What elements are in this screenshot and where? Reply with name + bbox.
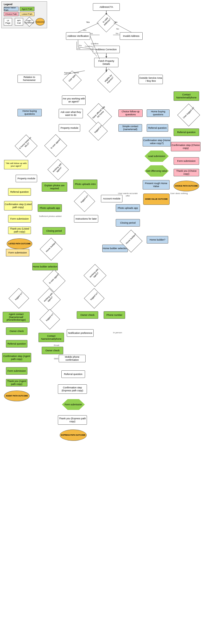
node-choice-followup: Choice follow-up questions xyxy=(118,109,143,117)
legend-listed-path: Listed Path xyxy=(20,12,34,16)
node-instructions-for-later: Instructions for later xyxy=(74,215,98,223)
svg-text:Confirm: Confirm xyxy=(91,42,99,45)
node-owner-check-3: Owner check xyxy=(42,347,63,354)
node-thank-you-choice-copy: Thank you (Choice copy) xyxy=(174,169,199,176)
node-confirmation-agent-path: Confirmation step (Agent path copy) xyxy=(2,353,31,362)
node-confirmation-home-value: Confirmation step (Home value copy?) xyxy=(143,137,171,146)
label-user-does-nothing: User does nothing xyxy=(170,192,188,195)
node-ask-user-what: Ask user what they want to do xyxy=(59,109,83,118)
node-working-with-agent: Are you working with an agent? xyxy=(62,95,86,105)
node-address-verification: Address Verification xyxy=(66,32,90,40)
node-mobile-phone-confirmation: Mobile phone confirmation xyxy=(59,355,86,362)
node-home-value-outcome: HOME VALUE OUTCOME xyxy=(143,194,170,205)
node-photo-uploads-app-1: Photo uploads app xyxy=(116,204,140,212)
node-closing-period-1: Closing period xyxy=(43,227,65,235)
node-closing-period-2: Closing period xyxy=(116,219,140,227)
label-no-valid: No xyxy=(115,21,117,23)
legend-title: Legend xyxy=(4,3,45,6)
node-agent-contact: Agent contact (Name/email/ phone/brokera… xyxy=(3,312,30,323)
node-thank-you-agent-path: Thank you (Agent path copy) xyxy=(6,379,27,387)
node-logged-in-1-wrap: logged in? xyxy=(90,123,106,139)
node-working-with-agent-3-wrap: working with agent? xyxy=(86,266,104,285)
node-is-valid-address-wrap: Is validaddress? xyxy=(98,15,114,31)
node-contact-name-email-phone-1: Contact Name/email/phone xyxy=(174,91,199,101)
node-present-rough-home-value: Present rough Home Value xyxy=(143,180,170,189)
svg-line-22 xyxy=(78,23,99,32)
node-form-submission-4: Form submission xyxy=(62,399,85,410)
legend-ui-page-shape: UI Page xyxy=(4,18,12,26)
label-yes-valid: Yes xyxy=(86,21,90,23)
node-home-builder-yes: Home builder? xyxy=(147,236,168,244)
node-express-path-outcome: EXPRESS PATH OUTCOME xyxy=(60,430,87,441)
node-follow-up-agent: "We will follow up with your agent" xyxy=(4,160,28,169)
node-property-module-2: Property module xyxy=(16,175,37,182)
node-working-with-agent-1-wrap: working with agent? xyxy=(50,161,66,178)
legend-agent-path: Agent Path xyxy=(20,7,34,11)
node-home-builder-1-wrap: Home builder? xyxy=(42,240,61,259)
node-explain-photos-required: Explain photos are required xyxy=(42,182,67,192)
node-user-logged-in-1-wrap: User logged in? xyxy=(180,106,198,124)
node-photo-uploads-app-2: Photo uploads app xyxy=(38,204,62,212)
svg-line-24 xyxy=(114,23,131,32)
node-is-user-agent-2-wrap: Is user agent? xyxy=(45,271,64,290)
node-logged-in-4-wrap: logged in? xyxy=(42,311,58,327)
node-referral-question-2: Referral question xyxy=(147,124,168,132)
legend: Legend Home Value Path Agent Path Choice… xyxy=(1,1,47,28)
node-referral-question-3: Referral question xyxy=(8,188,31,196)
node-confirmation-express-path: Confirmation step (Express path copy) xyxy=(58,384,87,394)
svg-text:No: No xyxy=(116,28,119,30)
node-choice-path-outcome: CHOICE PATH OUTCOME xyxy=(174,181,199,191)
node-agent-path-outcome: AGENT PATH OUTCOME xyxy=(4,391,30,401)
legend-logic-shape: Logic /Conditional xyxy=(26,17,33,27)
label-email: Email xyxy=(54,344,59,346)
label-sufficient-photos: Sufficient photos added xyxy=(39,215,61,217)
svg-text:No: No xyxy=(116,32,119,35)
node-account-module: Account module xyxy=(101,195,122,202)
node-lead-submission: Lead submission xyxy=(145,151,169,162)
node-confirmation-listed-path: Confirmation step (Listed path copy) xyxy=(4,201,32,210)
node-eligible-express-wrap: eligible for express? xyxy=(99,71,119,90)
node-home-buying-questions-2: Home buying questions xyxy=(147,109,170,117)
node-phone-number: Phone number xyxy=(104,311,125,319)
node-form-submission-2: Form submission xyxy=(8,215,31,223)
svg-text:Yes: Yes xyxy=(83,29,86,31)
node-fetch-property-details: Fetch Property Details xyxy=(94,58,118,67)
legend-choice-path: Choice Path xyxy=(4,12,19,16)
node-photo-uploads-intro: Photo uploads intro xyxy=(73,180,97,189)
svg-text:Fix: Fix xyxy=(79,44,82,47)
legend-outcome-shape: Outcome xyxy=(36,18,45,26)
node-have-offered-wrap: Have offered help list home xyxy=(89,106,110,125)
node-thank-you-express-path: Thank you (Express path copy) xyxy=(58,415,87,425)
legend-api-call-shape: API Call xyxy=(15,18,23,26)
node-get-offering-value: Get Offerconig value xyxy=(145,165,169,177)
node-address-correction: Address Correction xyxy=(93,46,120,53)
node-user-type-wrap: User type xyxy=(64,72,80,88)
node-simple-contact: Simple contact (name/email) xyxy=(118,124,142,132)
label-sms: SMS xyxy=(54,357,58,360)
node-confirmation-choice-copy: Confirmation step (Choice copy) xyxy=(171,142,201,151)
flowchart-container: Legend Home Value Path Agent Path Choice… xyxy=(0,0,218,644)
label-in-person: In person xyxy=(113,331,122,334)
node-outside-service-area: Outside Service Area / Buy Box xyxy=(139,75,163,84)
node-home-builder-2-wrap: Home builder? xyxy=(122,232,140,251)
node-thank-you-listed-path: Thank you (Listed path copy) xyxy=(8,227,31,234)
node-form-submission-1: Form submission xyxy=(174,157,199,165)
node-form-submission-listed: Form submission xyxy=(6,249,29,256)
node-referral-question-5: Referral question xyxy=(61,370,85,378)
node-referral-question-4: Referral question xyxy=(6,340,27,348)
node-working-with-agent-2-wrap: working with agent? xyxy=(40,290,59,309)
node-property-module-1: Property module xyxy=(59,124,80,132)
node-relation-homeowner: Relation to homeowner xyxy=(17,75,41,83)
svg-text:Fix: Fix xyxy=(78,47,80,50)
node-address-cta: AddressCTA xyxy=(93,3,120,11)
svg-text:Confirm: Confirm xyxy=(85,45,92,48)
node-logged-in-5-wrap: logged in? xyxy=(86,290,102,306)
node-invalid-address: Invalid Address xyxy=(120,32,143,40)
node-home-buying-questions-1: Home buying questions xyxy=(17,109,42,116)
node-listed-path-outcome: LISTED PATH OUTCOME xyxy=(7,238,32,249)
node-owner-check-2: Owner check xyxy=(77,311,98,319)
node-form-submission-3: Form submission xyxy=(6,367,27,375)
node-logged-in-3-wrap: logged in? xyxy=(11,290,27,306)
node-owner-check-1: Owner check xyxy=(6,327,27,335)
node-is-user-agent-wrap: Is user agent? xyxy=(47,137,65,155)
